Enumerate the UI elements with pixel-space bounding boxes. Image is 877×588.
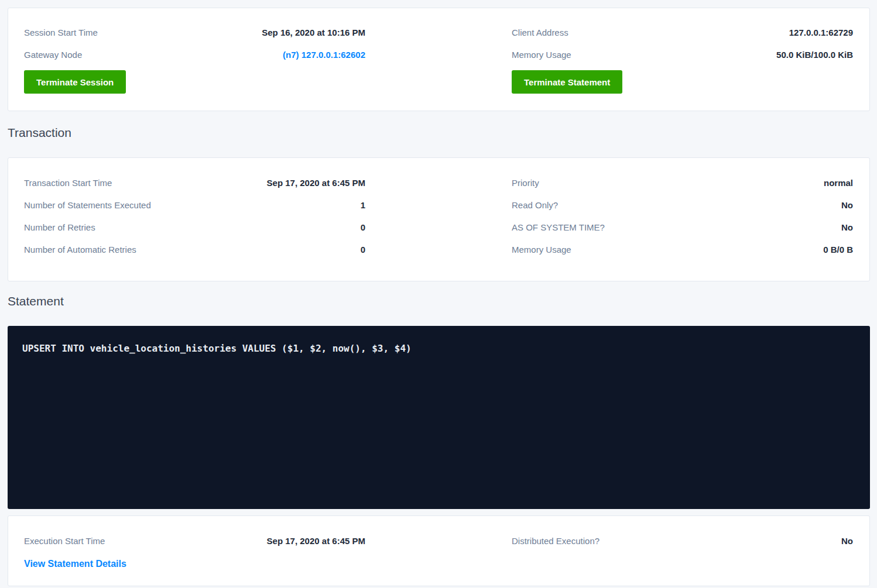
transaction-left-column: Transaction Start Time Sep 17, 2020 at 6…	[24, 171, 365, 260]
session-start-time-value: Sep 16, 2020 at 10:16 PM	[262, 27, 365, 37]
distributed-execution-label: Distributed Execution?	[512, 536, 599, 546]
as-of-system-time-row: AS OF SYSTEM TIME? No	[512, 216, 853, 238]
transaction-start-time-row: Transaction Start Time Sep 17, 2020 at 6…	[24, 171, 365, 194]
execution-card: Execution Start Time Sep 17, 2020 at 6:4…	[8, 515, 870, 586]
execution-start-time-label: Execution Start Time	[24, 536, 105, 546]
as-of-system-time-value: No	[841, 222, 853, 232]
priority-row: Priority normal	[512, 171, 853, 194]
transaction-right-column: Priority normal Read Only? No AS OF SYST…	[512, 171, 853, 260]
statement-sql-box: UPSERT INTO vehicle_location_histories V…	[8, 326, 870, 509]
statements-executed-value: 1	[361, 200, 365, 210]
gateway-node-link[interactable]: (n7) 127.0.0.1:62602	[283, 50, 365, 60]
read-only-value: No	[841, 200, 853, 210]
priority-value: normal	[824, 178, 853, 188]
statements-executed-row: Number of Statements Executed 1	[24, 194, 365, 216]
execution-start-time-row: Execution Start Time Sep 17, 2020 at 6:4…	[24, 529, 365, 552]
session-memory-usage-row: Memory Usage 50.0 KiB/100.0 KiB	[512, 43, 853, 66]
execution-start-time-value: Sep 17, 2020 at 6:45 PM	[267, 536, 365, 546]
execution-left-column: Execution Start Time Sep 17, 2020 at 6:4…	[24, 529, 365, 569]
session-summary-right-column: Client Address 127.0.0.1:62729 Memory Us…	[512, 21, 853, 94]
automatic-retries-row: Number of Automatic Retries 0	[24, 238, 365, 260]
execution-right-column: Distributed Execution? No	[512, 529, 853, 569]
distributed-execution-value: No	[841, 536, 853, 546]
statement-sql-text: UPSERT INTO vehicle_location_histories V…	[22, 342, 855, 356]
client-address-row: Client Address 127.0.0.1:62729	[512, 21, 853, 43]
gateway-node-row: Gateway Node (n7) 127.0.0.1:62602	[24, 43, 365, 66]
session-start-time-label: Session Start Time	[24, 27, 98, 37]
transaction-start-time-value: Sep 17, 2020 at 6:45 PM	[267, 178, 365, 188]
client-address-value: 127.0.0.1:62729	[789, 27, 853, 37]
transaction-card: Transaction Start Time Sep 17, 2020 at 6…	[8, 157, 870, 281]
priority-label: Priority	[512, 178, 539, 188]
transaction-heading: Transaction	[8, 125, 870, 140]
transaction-memory-usage-label: Memory Usage	[512, 245, 571, 255]
statement-heading: Statement	[8, 294, 870, 309]
view-statement-details-link[interactable]: View Statement Details	[24, 559, 126, 569]
session-memory-usage-label: Memory Usage	[512, 50, 571, 60]
session-summary-card: Session Start Time Sep 16, 2020 at 10:16…	[8, 8, 870, 111]
session-start-time-row: Session Start Time Sep 16, 2020 at 10:16…	[24, 21, 365, 43]
retries-label: Number of Retries	[24, 222, 95, 232]
terminate-statement-button[interactable]: Terminate Statement	[512, 70, 622, 94]
session-summary-left-column: Session Start Time Sep 16, 2020 at 10:16…	[24, 21, 365, 94]
session-memory-usage-value: 50.0 KiB/100.0 KiB	[776, 50, 853, 60]
transaction-memory-usage-value: 0 B/0 B	[823, 245, 853, 255]
gateway-node-label: Gateway Node	[24, 50, 82, 60]
statements-executed-label: Number of Statements Executed	[24, 200, 151, 210]
transaction-start-time-label: Transaction Start Time	[24, 178, 112, 188]
read-only-label: Read Only?	[512, 200, 558, 210]
automatic-retries-label: Number of Automatic Retries	[24, 245, 136, 255]
automatic-retries-value: 0	[361, 245, 365, 255]
read-only-row: Read Only? No	[512, 194, 853, 216]
transaction-memory-usage-row: Memory Usage 0 B/0 B	[512, 238, 853, 260]
client-address-label: Client Address	[512, 27, 568, 37]
as-of-system-time-label: AS OF SYSTEM TIME?	[512, 222, 605, 232]
session-details-page: Session Start Time Sep 16, 2020 at 10:16…	[0, 0, 877, 588]
distributed-execution-row: Distributed Execution? No	[512, 529, 853, 552]
retries-value: 0	[361, 222, 365, 232]
terminate-session-button[interactable]: Terminate Session	[24, 70, 126, 94]
retries-row: Number of Retries 0	[24, 216, 365, 238]
